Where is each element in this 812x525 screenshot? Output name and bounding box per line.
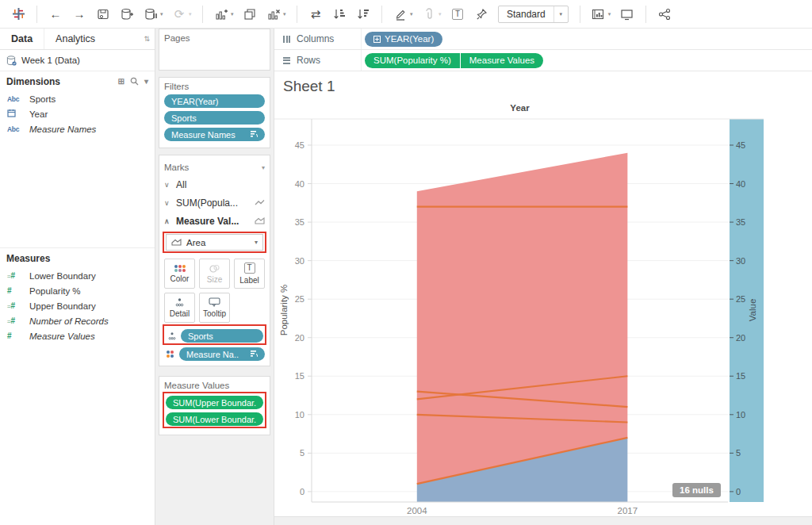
marks-menu-caret-icon[interactable]: ▾ <box>262 164 265 171</box>
chevron-up-icon: ∧ <box>164 217 176 225</box>
measure-field-number-of-records[interactable]: =# Number of Records <box>0 313 155 328</box>
mv-pill-lower-boundary[interactable]: SUM(Lower Boundar.. <box>166 412 263 426</box>
run-update-caret-icon[interactable]: ▾ <box>189 11 196 17</box>
marks-section-all[interactable]: ∨ All <box>164 175 265 194</box>
mark-type-caret-icon[interactable]: ▾ <box>255 239 258 246</box>
new-data-source-button[interactable] <box>117 3 136 25</box>
svg-text:15: 15 <box>736 371 745 381</box>
new-worksheet-button[interactable] <box>212 3 231 25</box>
sort-ascending-button[interactable] <box>330 3 349 25</box>
chart-canvas[interactable]: 0510152025303540450510152025303540452004… <box>274 71 812 525</box>
sort-descending-icon <box>357 8 370 21</box>
clear-sheet-caret-icon[interactable]: ▾ <box>283 11 290 17</box>
columns-shelf[interactable]: Columns YEAR(Year) <box>274 29 812 50</box>
filters-card[interactable]: Filters YEAR(Year) Sports Measure Names <box>159 77 270 148</box>
pane-collapse-icon[interactable]: ⇅ <box>139 29 155 49</box>
measure-values-card[interactable]: Measure Values SUM(Upper Boundar.. SUM(L… <box>159 376 270 435</box>
show-mark-labels-button[interactable]: T <box>448 3 467 25</box>
measure-field-popularity[interactable]: # Popularity % <box>0 283 155 298</box>
pages-card[interactable]: Pages <box>159 29 270 71</box>
area-mark-icon <box>255 217 265 224</box>
columns-pill-year[interactable]: YEAR(Year) <box>365 32 442 47</box>
dimension-field-sports[interactable]: Abc Sports <box>0 91 155 106</box>
pause-updates-caret-icon[interactable]: ▾ <box>160 11 167 17</box>
rows-pill-sum-popularity[interactable]: SUM(Popularity %) <box>365 53 460 68</box>
pause-auto-updates-button[interactable] <box>141 3 160 25</box>
cards-caret-icon[interactable]: ▾ <box>608 11 615 17</box>
back-arrow-icon: ← <box>50 7 62 21</box>
svg-text:45: 45 <box>295 140 304 150</box>
measure-values-title: Measure Values <box>164 381 265 390</box>
marks-pill-sports[interactable]: Sports <box>181 329 263 343</box>
undo-button[interactable]: ← <box>46 3 65 25</box>
data-source-connection[interactable]: Week 1 (Data) <box>0 50 155 71</box>
measure-field-measure-values[interactable]: # Measure Values <box>0 328 155 343</box>
mark-type-value: Area <box>186 238 205 247</box>
marks-title: Marks <box>164 163 262 172</box>
size-button[interactable]: Size <box>199 259 230 289</box>
tab-data[interactable]: Data <box>0 29 44 49</box>
rows-shelf[interactable]: Rows SUM(Popularity %) Measure Values <box>274 50 812 71</box>
text-label-icon: T <box>452 9 463 20</box>
text-label-icon: T <box>244 262 255 274</box>
toolbar-separator <box>645 6 646 23</box>
field-label: Sports <box>29 94 56 104</box>
group-caret-icon[interactable]: ▾ <box>439 11 446 17</box>
share-button[interactable] <box>655 3 674 25</box>
presentation-icon <box>620 8 634 21</box>
tooltip-button[interactable]: Tooltip <box>199 293 230 323</box>
show-hide-cards-button[interactable] <box>589 3 608 25</box>
filter-pill-sports[interactable]: Sports <box>164 111 265 125</box>
columns-icon <box>283 36 290 43</box>
fix-axes-button[interactable] <box>472 3 491 25</box>
dimension-field-measure-names[interactable]: Abc Measure Names <box>0 121 155 136</box>
toolbar-separator <box>297 6 297 23</box>
swap-rows-columns-button[interactable]: ⇄ <box>306 3 325 25</box>
filter-pill-year[interactable]: YEAR(Year) <box>164 94 265 108</box>
svg-text:0: 0 <box>736 487 741 496</box>
field-label: Popularity % <box>29 286 81 296</box>
columns-shelf-label: Columns <box>274 29 362 49</box>
measure-field-lower-boundary[interactable]: =# Lower Boundary <box>0 268 155 283</box>
tableau-logo-icon[interactable] <box>9 3 28 25</box>
highlight-button[interactable] <box>391 3 410 25</box>
sort-descending-button[interactable] <box>354 3 373 25</box>
redo-button[interactable]: → <box>70 3 89 25</box>
dimensions-menu-caret-icon[interactable]: ▾ <box>144 77 148 86</box>
toolbar-separator <box>381 6 382 23</box>
marks-card[interactable]: Marks ▾ ∨ All ∨ SUM(Popula... ∧ Measure … <box>159 155 270 366</box>
presentation-mode-button[interactable] <box>618 3 637 25</box>
field-label: Year <box>29 109 48 119</box>
label-button[interactable]: T Label <box>234 259 265 289</box>
highlight-caret-icon[interactable]: ▾ <box>410 11 417 17</box>
fit-mode-select[interactable]: Standard ▾ <box>498 6 569 23</box>
toolbar-separator <box>580 6 580 23</box>
clear-sheet-button[interactable] <box>264 3 283 25</box>
calculated-number-icon: =# <box>7 316 26 325</box>
save-button[interactable] <box>94 3 113 25</box>
marks-section-measure-values[interactable]: ∧ Measure Val... <box>164 212 265 230</box>
mark-type-select[interactable]: Area ▾ <box>166 234 263 251</box>
search-icon[interactable] <box>130 77 139 86</box>
tab-analytics[interactable]: Analytics <box>44 29 106 49</box>
duplicate-sheet-button[interactable] <box>240 3 259 25</box>
measure-field-upper-boundary[interactable]: =# Upper Boundary <box>0 298 155 313</box>
detail-button[interactable]: Detail <box>164 293 195 323</box>
null-indicator-badge[interactable]: 16 nulls <box>672 483 721 497</box>
color-button[interactable]: Color <box>164 259 195 289</box>
marks-section-sum-popularity[interactable]: ∨ SUM(Popula... <box>164 194 265 212</box>
rows-pill-measure-values[interactable]: Measure Values <box>461 53 543 68</box>
new-worksheet-caret-icon[interactable]: ▾ <box>231 11 238 17</box>
dimension-field-year[interactable]: Year <box>0 106 155 121</box>
area-upper-boundary-band <box>417 153 628 484</box>
view-data-grid-icon[interactable]: ⊞ <box>118 77 124 86</box>
group-members-button[interactable] <box>419 3 439 25</box>
run-update-button[interactable]: ⟳ <box>170 3 189 25</box>
right-axis-band <box>730 119 764 502</box>
fit-mode-caret-icon[interactable]: ▾ <box>553 6 568 22</box>
filter-pill-measure-names[interactable]: Measure Names <box>164 128 265 141</box>
mv-pill-upper-boundary[interactable]: SUM(Upper Boundar.. <box>166 396 263 409</box>
svg-text:0: 0 <box>300 487 304 496</box>
status-strip <box>274 516 812 525</box>
marks-pill-measure-names[interactable]: Measure Na.. <box>179 347 265 361</box>
